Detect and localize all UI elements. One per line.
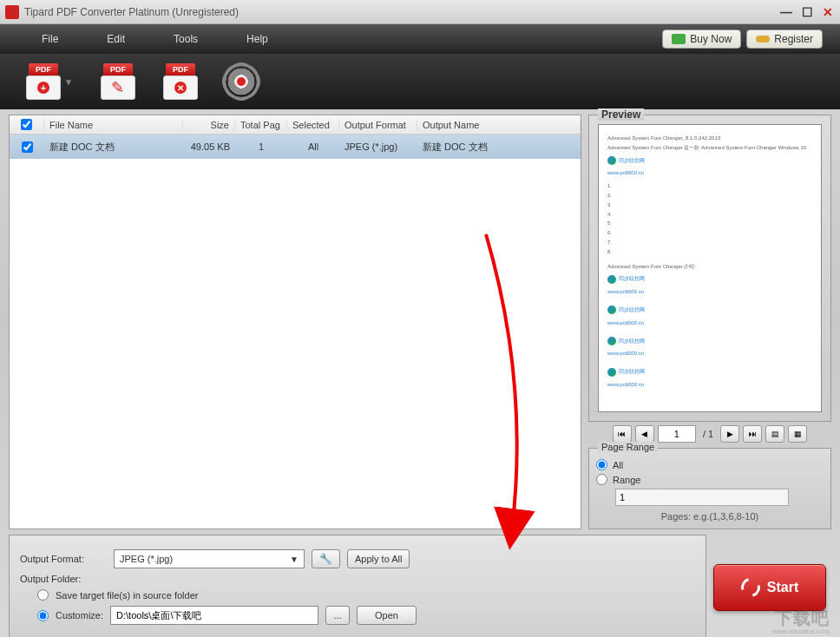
open-folder-button[interactable]: Open <box>357 606 417 625</box>
preview-document: Advanced System Font Changer_8.1.0.242.2… <box>598 124 822 412</box>
customize-label: Customize: <box>56 610 103 621</box>
pdf-badge-icon: PDF <box>29 63 58 76</box>
select-all-checkbox[interactable] <box>21 119 32 130</box>
toolbar: PDF + ▼ PDF ✎ PDF ✕ <box>0 54 840 109</box>
page-number-input[interactable] <box>658 425 696 443</box>
customize-radio[interactable] <box>37 610 49 621</box>
output-path-input[interactable] <box>110 606 318 625</box>
pdf-badge-icon: PDF <box>166 63 195 76</box>
edit-pdf-button[interactable]: PDF ✎ <box>101 63 135 100</box>
app-icon <box>5 5 19 19</box>
preview-text-line: Advanced System Font Changer_8.1.0.242.2… <box>607 134 812 143</box>
range-input[interactable] <box>615 489 789 506</box>
footer-watermark: 下载吧 <box>775 607 830 630</box>
start-button[interactable]: Start <box>713 564 826 611</box>
prev-page-button[interactable]: ◀ <box>635 425 654 443</box>
file-table: File Name Size Total Pag Selected Output… <box>9 115 581 529</box>
pdf-badge-icon: PDF <box>103 63 133 76</box>
delete-icon: ✕ <box>174 82 187 94</box>
register-label: Register <box>774 33 813 45</box>
cart-icon <box>672 34 686 44</box>
menu-file[interactable]: File <box>17 28 82 50</box>
range-all-radio[interactable] <box>596 459 607 470</box>
browse-button[interactable]: ... <box>325 606 350 625</box>
wrench-icon: 🔧 <box>319 553 332 565</box>
settings-button[interactable] <box>226 66 257 97</box>
start-label: Start <box>767 580 798 595</box>
table-row[interactable]: 新建 DOC 文档 49.05 KB 1 All JPEG (*.jpg) 新建… <box>10 135 581 159</box>
last-page-button[interactable]: ⏭ <box>743 425 762 443</box>
window-title: Tipard PDF Converter Platinum (Unregiste… <box>24 6 779 18</box>
key-icon <box>756 36 770 43</box>
cell-total-pages: 1 <box>235 141 287 152</box>
page-total-label: / 1 <box>703 429 713 439</box>
source-folder-radio[interactable] <box>37 589 49 601</box>
chevron-down-icon: ▼ <box>290 555 299 564</box>
preview-text-line: Advanced System Font Changer 是一款 Advance… <box>607 143 812 153</box>
range-custom-label: Range <box>613 475 640 485</box>
register-button[interactable]: Register <box>746 30 823 49</box>
plus-icon: + <box>37 82 49 94</box>
menu-help[interactable]: Help <box>222 28 292 50</box>
close-button[interactable]: ✕ <box>821 5 835 19</box>
preview-panel: Preview Advanced System Font Changer_8.1… <box>588 115 831 422</box>
add-pdf-button[interactable]: PDF + <box>26 63 61 100</box>
output-folder-label: Output Folder: <box>20 574 107 584</box>
col-filename[interactable]: File Name <box>44 120 183 130</box>
maximize-button[interactable]: ☐ <box>800 5 814 19</box>
range-custom-radio[interactable] <box>596 474 607 485</box>
fit-page-button[interactable]: ▤ <box>765 425 784 443</box>
buy-now-button[interactable]: Buy Now <box>662 30 741 49</box>
output-settings-panel: Output Format: JPEG (*.jpg) ▼ 🔧 Apply to… <box>9 535 706 637</box>
titlebar: Tipard PDF Converter Platinum (Unregiste… <box>0 0 840 24</box>
footer-url: www.xiazaiba.com <box>772 627 830 635</box>
page-range-panel: Page Range All Range Pages: e.g.(1,3,6,8… <box>588 448 831 529</box>
cell-output-name: 新建 DOC 文档 <box>417 141 581 154</box>
remove-pdf-button[interactable]: PDF ✕ <box>163 63 198 100</box>
next-page-button[interactable]: ▶ <box>720 425 739 443</box>
apply-to-all-button[interactable]: Apply to All <box>347 549 410 568</box>
logo-icon <box>607 156 616 165</box>
output-format-value: JPEG (*.jpg) <box>120 554 173 564</box>
buy-now-label: Buy Now <box>690 33 732 45</box>
add-pdf-dropdown[interactable]: ▼ <box>64 77 73 87</box>
col-total-pages[interactable]: Total Pag <box>235 120 287 130</box>
col-output-format[interactable]: Output Format <box>339 120 417 130</box>
output-format-label: Output Format: <box>20 554 107 564</box>
refresh-icon <box>738 574 764 600</box>
first-page-button[interactable]: ⏮ <box>613 425 632 443</box>
col-selected[interactable]: Selected <box>287 120 339 130</box>
pencil-icon: ✎ <box>111 78 124 97</box>
menu-edit[interactable]: Edit <box>82 28 149 50</box>
menubar: File Edit Tools Help Buy Now Register <box>0 24 840 54</box>
cell-filename: 新建 DOC 文档 <box>44 141 183 154</box>
preview-title: Preview <box>598 108 644 121</box>
format-settings-button[interactable]: 🔧 <box>312 549 340 568</box>
table-header: File Name Size Total Pag Selected Output… <box>10 115 581 135</box>
actual-size-button[interactable]: ▦ <box>788 425 807 443</box>
minimize-button[interactable]: — <box>779 5 793 19</box>
col-output-name[interactable]: Output Name <box>417 120 581 130</box>
source-folder-label: Save target file(s) in source folder <box>56 590 198 601</box>
range-all-label: All <box>613 460 623 470</box>
range-hint: Pages: e.g.(1,3,6,8-10) <box>596 511 824 522</box>
output-format-combo[interactable]: JPEG (*.jpg) ▼ <box>114 549 305 568</box>
menu-tools[interactable]: Tools <box>149 28 222 50</box>
cell-output-format: JPEG (*.jpg) <box>339 141 417 152</box>
gear-icon <box>226 66 257 97</box>
cell-size: 49.05 KB <box>183 141 235 152</box>
cell-selected: All <box>287 141 339 152</box>
col-size[interactable]: Size <box>183 120 235 130</box>
row-checkbox[interactable] <box>22 141 33 153</box>
page-range-title: Page Range <box>598 442 658 452</box>
